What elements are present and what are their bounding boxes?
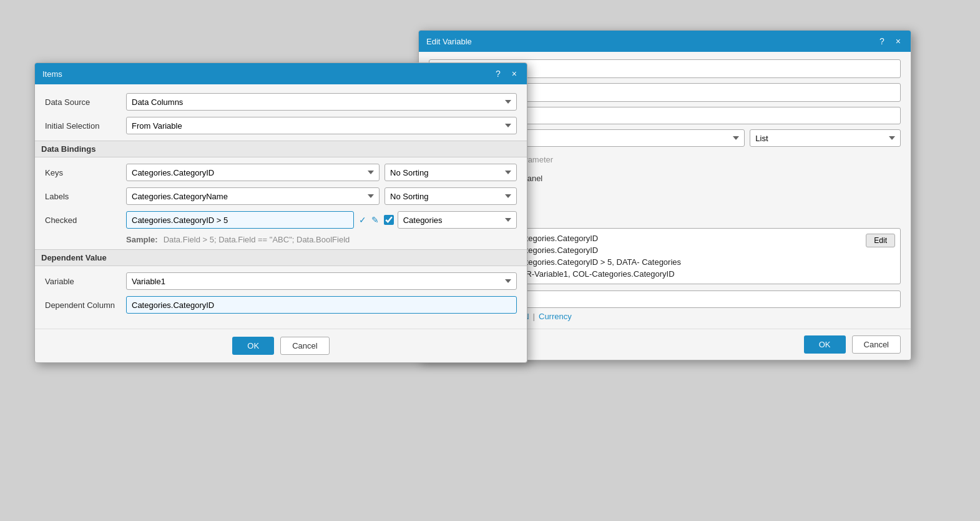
items-ok-btn[interactable]: OK	[232, 337, 274, 355]
checked-checkbox[interactable]	[384, 215, 394, 225]
dependent-value-header: Dependent Value	[35, 249, 527, 266]
format-currency-link[interactable]: Currency	[539, 312, 572, 321]
editvar-footer-right: OK Cancel	[804, 335, 901, 354]
checked-data-select[interactable]: Categories	[398, 211, 517, 229]
sample-label: Sample:	[126, 235, 158, 244]
variable-label: Variable	[45, 277, 126, 286]
summary-checked-value: Categories.CategoryID > 5, DATA- Categor…	[516, 257, 894, 267]
keys-row: Keys Categories.CategoryID No Sorting As…	[45, 164, 517, 181]
sep3: |	[533, 312, 535, 321]
keys-sort-select[interactable]: No Sorting Ascending Descending	[385, 164, 517, 181]
summary-edit-btn[interactable]: Edit	[866, 234, 895, 247]
dependent-column-select[interactable]: Categories.CategoryID	[126, 296, 517, 314]
items-titlebar-actions: ? ×	[493, 68, 519, 79]
editvar-help-btn[interactable]: ?	[877, 36, 887, 47]
sample-row: Sample: Data.Field > 5; Data.Field == "A…	[126, 235, 517, 244]
items-cancel-btn[interactable]: Cancel	[280, 337, 329, 355]
editvar-cancel-btn[interactable]: Cancel	[852, 335, 901, 354]
keys-column-select[interactable]: Categories.CategoryID	[126, 164, 380, 181]
editvar-ok-btn[interactable]: OK	[804, 335, 846, 354]
labels-label: Labels	[45, 192, 126, 201]
variable-row: Variable Variable1	[45, 272, 517, 290]
items-content: Data Source Data Columns Static List SQL…	[35, 84, 527, 329]
editvar-close-btn[interactable]: ×	[893, 36, 903, 47]
initial-selection-select[interactable]: From Variable None First Item	[126, 117, 517, 134]
data-source-select[interactable]: Data Columns Static List SQL Query	[126, 93, 517, 111]
items-footer: OK Cancel	[35, 329, 527, 362]
initial-selection-label: Initial Selection	[45, 121, 126, 131]
checked-action-btns: ✓ ✎	[358, 214, 380, 226]
items-close-btn[interactable]: ×	[509, 68, 519, 79]
keys-selects: Categories.CategoryID No Sorting Ascendi…	[126, 164, 517, 181]
labels-sort-select[interactable]: No Sorting Ascending Descending	[385, 187, 517, 205]
dependent-column-label: Dependent Column	[45, 300, 126, 310]
checked-expr-input[interactable]	[126, 211, 354, 229]
summary-dep-value: VAR-Variable1, COL-Categories.CategoryID	[516, 269, 894, 279]
sample-text: Data.Field > 5; Data.Field == "ABC"; Dat…	[164, 235, 350, 244]
keys-label: Keys	[45, 168, 126, 177]
editvar-titlebar-actions: ? ×	[877, 36, 903, 47]
checked-edit-btn[interactable]: ✎	[370, 214, 380, 226]
labels-column-select[interactable]: Categories.CategoryName	[126, 187, 380, 205]
editvar-title: Edit Variable	[426, 37, 472, 46]
data-source-label: Data Source	[45, 97, 126, 107]
data-bindings-header: Data Bindings	[35, 141, 527, 157]
items-help-btn[interactable]: ?	[493, 68, 503, 79]
dependent-column-row: Dependent Column Categories.CategoryID	[45, 296, 517, 314]
items-title: Items	[42, 69, 62, 79]
editvar-titlebar: Edit Variable ? ×	[419, 31, 911, 52]
list-select[interactable]: List Single Value Range	[750, 129, 901, 147]
checked-label: Checked	[45, 216, 126, 225]
data-source-row: Data Source Data Columns Static List SQL…	[45, 93, 517, 111]
summary-values-value: Categories.CategoryID	[516, 246, 894, 255]
checked-controls: ✓ ✎ Categories	[126, 211, 517, 229]
labels-row: Labels Categories.CategoryName No Sortin…	[45, 187, 517, 205]
initial-selection-row: Initial Selection From Variable None Fir…	[45, 117, 517, 134]
items-titlebar: Items ? ×	[35, 63, 527, 84]
variable-select[interactable]: Variable1	[126, 272, 517, 290]
checked-row: Checked ✓ ✎ Categories	[45, 211, 517, 229]
items-dialog: Items ? × Data Source Data Columns Stati…	[34, 62, 527, 363]
checked-confirm-btn[interactable]: ✓	[358, 214, 368, 226]
summary-keys-value: Categories.CategoryID	[516, 234, 894, 243]
labels-selects: Categories.CategoryName No Sorting Ascen…	[126, 187, 517, 205]
